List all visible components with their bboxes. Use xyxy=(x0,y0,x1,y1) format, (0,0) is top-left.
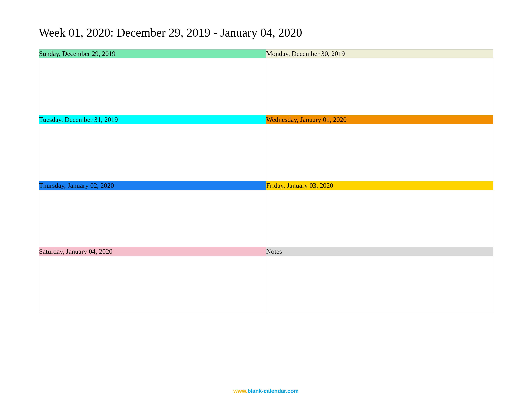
notes-header: Notes xyxy=(266,247,493,256)
day-header-monday: Monday, December 30, 2019 xyxy=(266,49,493,58)
day-body-sunday xyxy=(39,58,266,115)
day-header-sunday: Sunday, December 29, 2019 xyxy=(39,49,266,58)
day-header-saturday: Saturday, January 04, 2020 xyxy=(39,247,266,256)
footer-link-prefix: www. xyxy=(233,388,248,394)
day-header-tuesday: Tuesday, December 31, 2019 xyxy=(39,115,266,124)
day-body-saturday xyxy=(39,256,266,313)
calendar-grid: Sunday, December 29, 2019 Monday, Decemb… xyxy=(39,49,493,313)
day-body-monday xyxy=(266,58,493,115)
notes-body xyxy=(266,256,493,313)
day-body-wednesday xyxy=(266,124,493,181)
day-body-friday xyxy=(266,190,493,247)
footer-link-rest: blank-calendar.com xyxy=(247,388,299,394)
day-header-friday: Friday, January 03, 2020 xyxy=(266,181,493,190)
page-title: Week 01, 2020: December 29, 2019 - Janua… xyxy=(39,26,493,39)
footer-link: www.blank-calendar.com xyxy=(233,388,299,394)
day-header-thursday: Thursday, January 02, 2020 xyxy=(39,181,266,190)
day-body-thursday xyxy=(39,190,266,247)
day-header-wednesday: Wednesday, January 01, 2020 xyxy=(266,115,493,124)
day-body-tuesday xyxy=(39,124,266,181)
weekly-calendar-page: Week 01, 2020: December 29, 2019 - Janua… xyxy=(0,0,532,411)
